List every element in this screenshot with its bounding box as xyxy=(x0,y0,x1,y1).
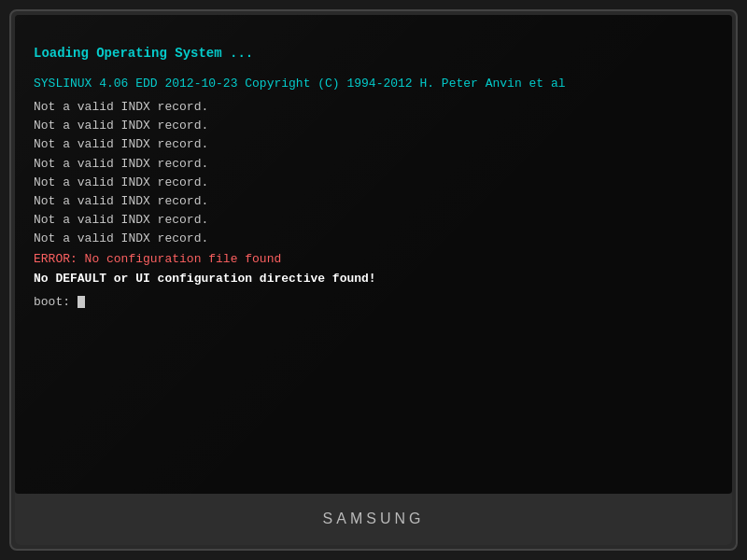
error-config: ERROR: No configuration file found xyxy=(34,250,713,270)
indx-errors-block: Not a valid INDX record. Not a valid IND… xyxy=(34,98,713,248)
cursor xyxy=(78,296,85,308)
loading-line: Loading Operating System ... xyxy=(34,43,713,63)
samsung-logo: SAMSUNG xyxy=(323,511,425,527)
indx-error-2: Not a valid INDX record. xyxy=(34,117,713,135)
indx-error-7: Not a valid INDX record. xyxy=(34,211,713,230)
boot-prompt[interactable]: boot: xyxy=(34,293,713,313)
screen: Loading Operating System ... SYSLINUX 4.… xyxy=(15,15,732,494)
indx-error-6: Not a valid INDX record. xyxy=(34,192,713,211)
error-default: No DEFAULT or UI configuration directive… xyxy=(34,270,713,289)
boot-prompt-label: boot: xyxy=(34,295,78,309)
indx-error-3: Not a valid INDX record. xyxy=(34,135,713,154)
monitor: SyncMaster E2220 Loading Operating Syste… xyxy=(9,9,738,551)
indx-error-5: Not a valid INDX record. xyxy=(34,174,713,192)
indx-error-1: Not a valid INDX record. xyxy=(34,98,713,117)
monitor-bottom: SAMSUNG xyxy=(15,494,732,545)
syslinux-line: SYSLINUX 4.06 EDD 2012-10-23 Copyright (… xyxy=(34,75,713,94)
indx-error-8: Not a valid INDX record. xyxy=(34,230,713,248)
screen-content: Loading Operating System ... SYSLINUX 4.… xyxy=(34,43,713,313)
indx-error-4: Not a valid INDX record. xyxy=(34,155,713,174)
